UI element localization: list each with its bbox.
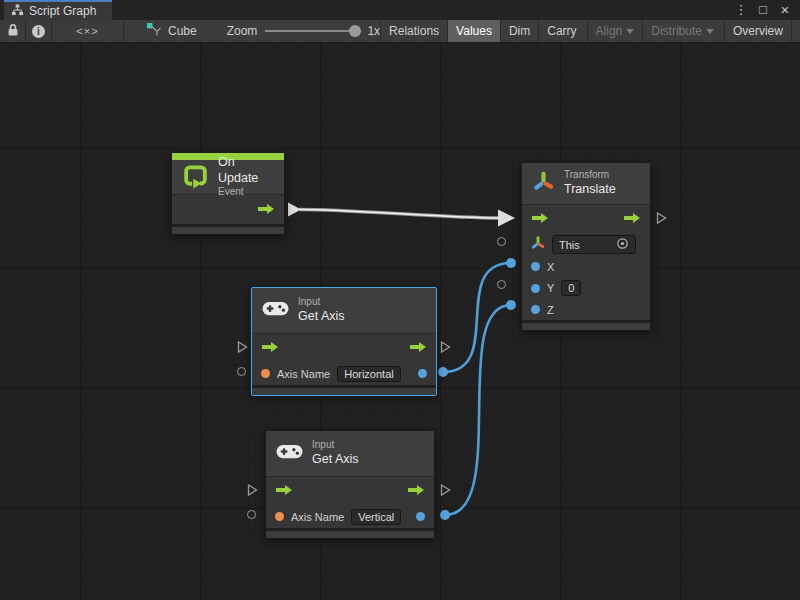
relations-button[interactable]: Relations bbox=[380, 20, 447, 42]
graph-asset-icon bbox=[146, 22, 162, 40]
exec-output-port[interactable] bbox=[623, 210, 641, 228]
graph-toolbar: i <×> Cube Zoom 1x Relations bbox=[0, 20, 800, 43]
wire-endpoint-dot[interactable] bbox=[438, 367, 448, 377]
axis-value-output-port[interactable] bbox=[416, 512, 425, 521]
lock-button[interactable] bbox=[0, 20, 26, 42]
node-subtitle: Transform bbox=[564, 169, 616, 182]
exec-row bbox=[252, 334, 436, 362]
z-input-port[interactable] bbox=[531, 305, 540, 314]
graph-tree-icon bbox=[11, 4, 24, 19]
unconnected-exec-port-marker[interactable] bbox=[656, 211, 667, 229]
lock-icon bbox=[7, 23, 19, 40]
y-input-port[interactable] bbox=[531, 284, 540, 293]
unconnected-value-port-marker[interactable] bbox=[497, 237, 506, 246]
exec-output-port[interactable] bbox=[257, 201, 275, 219]
object-picker-icon[interactable] bbox=[616, 237, 629, 252]
wire-endpoint-dot[interactable] bbox=[506, 258, 516, 268]
exec-row bbox=[266, 477, 434, 505]
exec-input-port[interactable] bbox=[531, 210, 549, 228]
left-tool-group: i <×> bbox=[0, 20, 124, 42]
dim-button[interactable]: Dim bbox=[500, 20, 538, 42]
wire-endpoint-dot[interactable] bbox=[506, 300, 516, 310]
overview-button[interactable]: Overview bbox=[724, 20, 791, 42]
carry-button[interactable]: Carry bbox=[538, 20, 584, 42]
window-controls: ⋮ □ × bbox=[732, 0, 800, 20]
node-translate[interactable]: Transform Translate bbox=[521, 162, 651, 331]
exec-wire-highlight bbox=[299, 210, 499, 219]
info-button[interactable]: i bbox=[26, 20, 52, 42]
script-graph-window: Script Graph ⋮ □ × i <×> bbox=[0, 0, 800, 600]
node-footer bbox=[266, 528, 434, 538]
distribute-label: Distribute bbox=[651, 24, 702, 38]
axis-name-field[interactable]: Vertical bbox=[351, 509, 401, 525]
zoom-control: Zoom 1x bbox=[227, 24, 380, 38]
chevron-down-icon bbox=[706, 29, 714, 34]
axis-value-output-port[interactable] bbox=[418, 369, 427, 378]
zoom-value: 1x bbox=[367, 24, 380, 38]
exec-output-row bbox=[172, 195, 284, 224]
wire-endpoint-dot[interactable] bbox=[440, 510, 450, 520]
unconnected-exec-port-marker[interactable] bbox=[247, 483, 258, 501]
exec-input-port[interactable] bbox=[275, 482, 293, 500]
node-footer bbox=[172, 224, 284, 234]
x-input-row: X bbox=[522, 256, 650, 277]
target-row: This bbox=[522, 233, 650, 256]
node-header[interactable]: On Update Event bbox=[172, 160, 284, 194]
axis-name-field[interactable]: Horizontal bbox=[337, 366, 401, 382]
values-label: Values bbox=[456, 24, 492, 38]
transform-port-icon[interactable] bbox=[531, 236, 545, 254]
zoom-label: Zoom bbox=[227, 24, 258, 38]
exec-row bbox=[522, 205, 650, 233]
graph-object-group: Cube bbox=[146, 22, 197, 40]
z-input-row: Z bbox=[522, 299, 650, 320]
unconnected-value-port-marker[interactable] bbox=[237, 367, 246, 376]
this-target-value: This bbox=[559, 239, 580, 251]
align-label: Align bbox=[596, 24, 623, 38]
unconnected-value-port-marker[interactable] bbox=[247, 510, 256, 519]
unconnected-exec-port-marker[interactable] bbox=[237, 340, 248, 358]
close-icon[interactable]: × bbox=[776, 1, 794, 19]
x-port-label: X bbox=[547, 261, 554, 273]
carry-label: Carry bbox=[547, 24, 576, 38]
relations-label: Relations bbox=[389, 24, 439, 38]
unconnected-value-port-marker[interactable] bbox=[497, 280, 506, 289]
node-get-axis-vertical[interactable]: Input Get Axis Axis Name Ver bbox=[265, 430, 435, 539]
node-on-update[interactable]: On Update Event bbox=[171, 152, 285, 235]
y-port-label: Y bbox=[547, 282, 554, 294]
values-button[interactable]: Values bbox=[447, 20, 500, 42]
node-get-axis-horizontal[interactable]: Input Get Axis Axis Name Hor bbox=[251, 287, 437, 396]
dim-label: Dim bbox=[509, 24, 530, 38]
node-title: Get Axis bbox=[312, 452, 359, 468]
this-target-field[interactable]: This bbox=[552, 235, 636, 254]
maximize-icon[interactable]: □ bbox=[754, 1, 772, 19]
distribute-dropdown[interactable]: Distribute bbox=[642, 20, 722, 42]
exec-output-port[interactable] bbox=[407, 482, 425, 500]
x-input-port[interactable] bbox=[531, 262, 540, 271]
graph-canvas[interactable]: On Update Event bbox=[0, 43, 800, 600]
unconnected-exec-port-marker[interactable] bbox=[440, 483, 451, 501]
axis-name-input-port[interactable] bbox=[275, 512, 284, 521]
exec-input-port[interactable] bbox=[261, 339, 279, 357]
node-header[interactable]: Transform Translate bbox=[522, 163, 650, 204]
exec-wire-end-arrow-icon bbox=[498, 210, 515, 227]
node-title: On Update bbox=[218, 155, 274, 186]
align-dropdown[interactable]: Align bbox=[587, 20, 643, 42]
axis-name-input-port[interactable] bbox=[261, 369, 270, 378]
tab-script-graph[interactable]: Script Graph bbox=[4, 0, 112, 20]
zoom-slider-track[interactable] bbox=[265, 30, 355, 32]
zoom-slider-handle[interactable] bbox=[349, 25, 361, 37]
node-footer bbox=[252, 385, 436, 395]
y-value-field[interactable]: 0 bbox=[561, 280, 581, 296]
view-options-group: Relations Values Dim Carry Align Distrib… bbox=[380, 20, 800, 42]
full-screen-button[interactable]: Full Screen bbox=[791, 20, 800, 42]
preview-code-button[interactable]: <×> bbox=[52, 20, 124, 42]
exec-output-port[interactable] bbox=[409, 339, 427, 357]
node-header[interactable]: Input Get Axis bbox=[252, 288, 436, 333]
value-wire-vertical-to-z[interactable] bbox=[445, 305, 511, 515]
node-subtitle: Input bbox=[298, 296, 345, 309]
window-menu-icon[interactable]: ⋮ bbox=[732, 1, 750, 19]
unconnected-exec-port-marker[interactable] bbox=[440, 340, 451, 358]
node-header[interactable]: Input Get Axis bbox=[266, 431, 434, 476]
tab-bar: Script Graph ⋮ □ × bbox=[0, 0, 800, 20]
info-icon: i bbox=[32, 25, 45, 38]
